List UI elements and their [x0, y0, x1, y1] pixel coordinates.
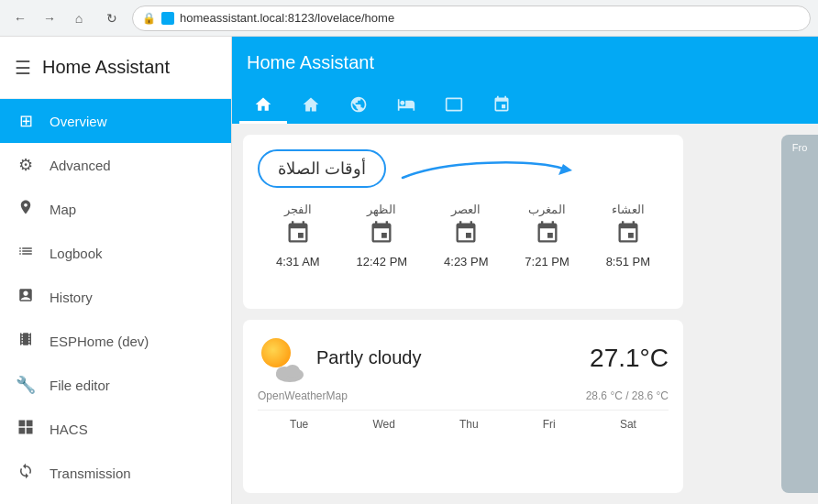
weather-meta: OpenWeatherMap 28.6 °C / 28.6 °C: [258, 389, 669, 402]
isha-name: العشاء: [612, 203, 645, 216]
logbook-icon: [15, 243, 37, 264]
main-area: Home Assistant: [232, 37, 818, 504]
svg-rect-1: [27, 420, 33, 426]
weather-source: OpenWeatherMap: [258, 389, 348, 402]
refresh-button[interactable]: ↻: [99, 5, 125, 31]
svg-rect-3: [27, 427, 33, 433]
dhuhr-name: الظهر: [367, 203, 396, 216]
fajr-time: 4:31 AM: [276, 255, 320, 268]
weather-temperature: 27.1°C: [590, 344, 669, 373]
lock-icon: 🔒: [142, 12, 156, 25]
sidebar-label-overview: Overview: [50, 114, 107, 129]
tab-2[interactable]: [287, 88, 335, 124]
url-text: homeassistant.local:8123/lovelace/home: [180, 11, 394, 25]
weather-description: Partly cloudy: [316, 347, 579, 368]
right-panel-label: Fro: [792, 142, 808, 153]
fajr-name: الفجر: [284, 203, 312, 216]
esphome-icon: [15, 331, 37, 352]
sidebar-item-advanced[interactable]: ⚙ Advanced: [0, 143, 231, 187]
sidebar-item-logbook[interactable]: Logbook: [0, 231, 231, 275]
asr-icon: [453, 220, 479, 251]
weather-icon: [258, 334, 305, 382]
svg-point-7: [285, 365, 300, 378]
tab-3[interactable]: [335, 88, 382, 124]
svg-marker-4: [558, 164, 572, 175]
sidebar-label-file-editor: File editor: [50, 378, 110, 393]
weather-day-fri: Fri: [543, 418, 556, 431]
sidebar-label-esphome: ESPHome (dev): [50, 334, 149, 349]
transmission-icon: [15, 463, 37, 484]
weather-day-thu: Thu: [459, 418, 479, 431]
asr-time: 4:23 PM: [444, 255, 488, 268]
prayer-title-row: أوقات الصلاة: [258, 149, 669, 188]
weather-day-sat: Sat: [620, 418, 636, 431]
sidebar-item-map[interactable]: Map: [0, 187, 231, 231]
dhuhr-time: 12:42 PM: [357, 255, 408, 268]
tab-4[interactable]: [382, 88, 430, 124]
weather-card: Partly cloudy 27.1°C OpenWeatherMap 28.6…: [243, 320, 683, 494]
topbar-title: Home Assistant: [247, 52, 803, 73]
weather-minmax: 28.6 °C / 28.6 °C: [586, 389, 669, 402]
dhuhr-icon: [369, 220, 394, 251]
weather-day-tue: Tue: [290, 418, 308, 431]
overview-icon: ⊞: [15, 111, 37, 131]
tab-home[interactable]: [239, 88, 287, 124]
sidebar-label-hacs: HACS: [50, 422, 88, 437]
sidebar-header: ☰ Home Assistant: [0, 37, 231, 99]
address-bar[interactable]: 🔒 homeassistant.local:8123/lovelace/home: [132, 5, 811, 31]
svg-rect-0: [19, 420, 26, 426]
maghrib-icon: [535, 220, 560, 251]
cards-column: أوقات الصلاة الفجر 4: [243, 135, 807, 493]
tab-6[interactable]: [478, 88, 525, 124]
sidebar-label-transmission: Transmission: [50, 466, 131, 481]
isha-time: 8:51 PM: [606, 255, 650, 268]
sidebar-label-advanced: Advanced: [50, 158, 111, 173]
sidebar-item-overview[interactable]: ⊞ Overview: [0, 99, 231, 143]
sidebar-item-file-editor[interactable]: 🔧 File editor: [0, 363, 231, 407]
file-editor-icon: 🔧: [15, 375, 37, 395]
tabbar: [232, 88, 818, 124]
weather-days: Tue Wed Thu Fri Sat: [258, 410, 669, 431]
sidebar-item-transmission[interactable]: Transmission: [0, 451, 231, 495]
svg-rect-2: [19, 427, 26, 433]
maghrib-name: المغرب: [528, 203, 566, 216]
map-icon: [15, 199, 37, 220]
prayer-col-fajr: الفجر 4:31 AM: [276, 203, 320, 268]
sidebar-item-esphome[interactable]: ESPHome (dev): [0, 319, 231, 363]
forward-button[interactable]: →: [37, 5, 62, 31]
weather-main: Partly cloudy 27.1°C: [258, 334, 669, 382]
fajr-icon: [285, 220, 311, 251]
weather-day-wed: Wed: [372, 418, 394, 431]
history-icon: [15, 287, 37, 308]
sidebar-label-history: History: [50, 290, 93, 305]
maghrib-time: 7:21 PM: [525, 255, 569, 268]
prayer-title: أوقات الصلاة: [258, 149, 386, 188]
sidebar-label-map: Map: [50, 202, 76, 217]
prayer-col-asr: العصر 4:23 PM: [444, 203, 488, 268]
app-container: ☰ Home Assistant ⊞ Overview ⚙ Advanced M…: [0, 37, 818, 504]
sidebar-title: Home Assistant: [42, 57, 170, 78]
browser-chrome: ← → ⌂ ↻ 🔒 homeassistant.local:8123/lovel…: [0, 0, 818, 37]
site-favicon: [161, 12, 174, 25]
prayer-card: أوقات الصلاة الفجر 4: [243, 135, 683, 309]
content-area: أوقات الصلاة الفجر 4: [232, 124, 818, 504]
prayer-col-dhuhr: الظهر 12:42 PM: [357, 203, 408, 268]
prayer-col-isha: العشاء 8:51 PM: [606, 203, 650, 268]
nav-buttons: ← → ⌂: [7, 5, 92, 31]
prayer-times-grid: الفجر 4:31 AM الظهر 12:42 PM: [258, 203, 669, 268]
asr-name: العصر: [451, 203, 481, 216]
topbar: Home Assistant: [232, 37, 818, 88]
sidebar: ☰ Home Assistant ⊞ Overview ⚙ Advanced M…: [0, 37, 232, 504]
back-button[interactable]: ←: [7, 5, 33, 31]
tab-5[interactable]: [430, 88, 478, 124]
sidebar-item-hacs[interactable]: HACS: [0, 407, 231, 451]
sidebar-label-logbook: Logbook: [50, 246, 103, 261]
menu-icon[interactable]: ☰: [15, 57, 31, 79]
advanced-icon: ⚙: [15, 155, 37, 175]
hacs-icon: [15, 419, 37, 440]
sidebar-item-history[interactable]: History: [0, 275, 231, 319]
annotation-arrow: [393, 150, 577, 187]
home-button[interactable]: ⌂: [66, 5, 92, 31]
right-panel: Fro: [781, 135, 818, 493]
isha-icon: [615, 220, 641, 251]
